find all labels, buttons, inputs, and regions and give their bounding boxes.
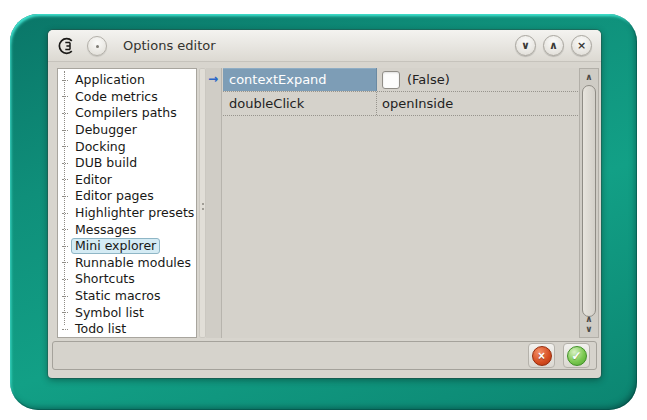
sidebar-item[interactable]: Runnable modules <box>62 255 196 272</box>
tree-branch-icon <box>62 179 68 180</box>
tree-branch-icon <box>62 312 68 313</box>
tree-branch-icon <box>62 229 68 230</box>
tree-branch-icon <box>62 213 68 214</box>
tree-branch-icon <box>62 296 68 297</box>
checkbox-state-label: (False) <box>407 72 450 87</box>
property-value-text: openInside <box>382 96 453 111</box>
sidebar-item-label: Static macros <box>71 288 164 304</box>
tree-branch-icon <box>62 246 68 247</box>
tree-branch-icon <box>62 80 68 81</box>
cancel-icon: × <box>532 346 552 366</box>
sidebar-item-label: Shortcuts <box>71 271 139 287</box>
grid-scrollbar[interactable]: ∧ ∧ ∨ <box>579 68 599 338</box>
close-button[interactable]: × <box>571 35 592 56</box>
minimize-button[interactable]: ∨ <box>515 35 536 56</box>
sidebar-item[interactable]: Symbol list <box>62 304 196 321</box>
tree-branch-icon <box>62 329 68 330</box>
sidebar-item[interactable]: Docking <box>62 138 196 155</box>
sidebar-item-label: Symbol list <box>71 305 148 321</box>
sidebar-item-label: Editor pages <box>71 188 158 204</box>
sidebar-item[interactable]: Messages <box>62 221 196 238</box>
scroll-up-icon[interactable]: ∧ <box>580 314 598 324</box>
sidebar-item-label: Code metrics <box>71 89 162 105</box>
sidebar-item[interactable]: Code metrics <box>62 89 196 106</box>
sidebar-item[interactable]: Mini explorer <box>62 238 196 255</box>
property-value: (False) <box>377 68 578 91</box>
maximize-button[interactable]: ∧ <box>543 35 564 56</box>
accept-button[interactable]: ✓ <box>563 343 590 368</box>
tree-branch-icon <box>62 96 68 97</box>
titlebar-buttons: ∨ ∧ × <box>515 35 592 56</box>
sidebar-item[interactable]: DUB build <box>62 155 196 172</box>
sidebar-item-label: Editor <box>71 172 116 188</box>
accept-icon: ✓ <box>567 346 587 366</box>
sidebar-item[interactable]: Editor pages <box>62 188 196 205</box>
tree-branch-icon <box>62 146 68 147</box>
selected-row-arrow-icon: → <box>208 72 218 86</box>
sidebar-item[interactable]: Highlighter presets <box>62 205 196 222</box>
splitter-grip-icon <box>202 203 204 205</box>
sidebar-item-label: Todo list <box>71 321 130 337</box>
scroll-up-icon[interactable]: ∧ <box>580 72 598 82</box>
tree-branch-icon <box>62 130 68 131</box>
menu-dot-icon <box>96 45 99 48</box>
tree-branch-icon <box>62 113 68 114</box>
category-tree: Application Code metrics Compilers paths <box>57 68 197 338</box>
property-row-contextexpand[interactable]: contextExpand (False) <box>223 68 578 92</box>
tree-branch-icon <box>62 279 68 280</box>
splitter-handle[interactable] <box>199 68 206 338</box>
property-value[interactable]: openInside <box>377 92 578 115</box>
sidebar-item[interactable]: Shortcuts <box>62 271 196 288</box>
sidebar-item-label: Highlighter presets <box>71 205 197 221</box>
scrollbar-thumb[interactable] <box>582 85 596 317</box>
property-name[interactable]: contextExpand <box>223 68 377 91</box>
window-frame: Options editor ∨ ∧ × Application <box>10 14 637 410</box>
sidebar-item[interactable]: Debugger <box>62 122 196 139</box>
sidebar-item-label: Compilers paths <box>71 105 181 121</box>
sidebar-item-label: DUB build <box>71 155 141 171</box>
sidebar-item-label: Docking <box>71 139 130 155</box>
sidebar-item[interactable]: Application <box>62 72 196 89</box>
titlebar[interactable]: Options editor ∨ ∧ × <box>48 30 601 62</box>
sidebar-item[interactable]: Compilers paths <box>62 105 196 122</box>
window-menu-button[interactable] <box>87 36 107 56</box>
footer-bar: × ✓ <box>52 341 597 370</box>
options-editor-window: Options editor ∨ ∧ × Application <box>48 30 601 378</box>
sidebar-item-label: Messages <box>71 222 140 238</box>
cancel-button[interactable]: × <box>528 343 555 368</box>
property-rows: contextExpand (False) doubleClick openIn… <box>223 68 578 116</box>
property-grid-gutter: → <box>206 68 222 338</box>
sidebar-item-label: Debugger <box>71 122 141 138</box>
tree-branch-icon <box>62 163 68 164</box>
sidebar-item[interactable]: Todo list <box>62 321 196 338</box>
sidebar-item-label: Mini explorer <box>71 238 160 254</box>
tree-branch-icon <box>62 262 68 263</box>
property-row-doubleclick[interactable]: doubleClick openInside <box>223 92 578 116</box>
sidebar-item[interactable]: Static macros <box>62 288 196 305</box>
scroll-down-icon[interactable]: ∨ <box>580 324 598 334</box>
sidebar-item-label: Runnable modules <box>71 255 195 271</box>
sidebar-item-label: Application <box>71 72 149 88</box>
property-grid: → contextExpand (False) doubleClick open… <box>206 68 599 338</box>
contextexpand-checkbox[interactable] <box>382 71 400 89</box>
desktop-background: Options editor ∨ ∧ × Application <box>0 0 647 420</box>
app-logo-icon <box>57 37 75 55</box>
window-title: Options editor <box>123 38 216 53</box>
property-name[interactable]: doubleClick <box>223 92 377 115</box>
sidebar-item[interactable]: Editor <box>62 172 196 189</box>
tree-branch-icon <box>62 196 68 197</box>
